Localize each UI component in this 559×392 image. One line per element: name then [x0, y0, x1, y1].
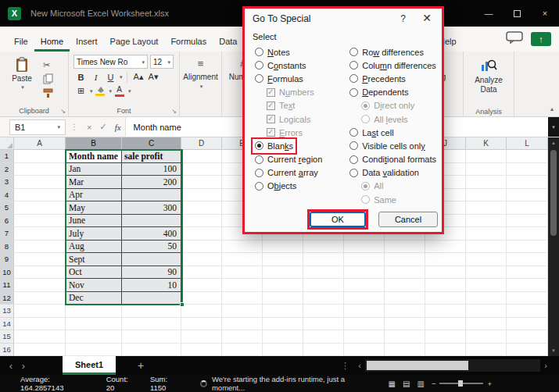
- cell-H11[interactable]: [344, 279, 385, 292]
- cell-J8[interactable]: [425, 241, 466, 254]
- cell-J10[interactable]: [425, 266, 466, 280]
- maximize-button[interactable]: [503, 0, 531, 27]
- sheet-menu-dots[interactable]: ⋮: [341, 361, 349, 371]
- col-header-d[interactable]: D: [181, 137, 222, 150]
- cell-D6[interactable]: [181, 215, 222, 228]
- radio-dependents[interactable]: [349, 88, 358, 97]
- increase-font-button[interactable]: A▴: [133, 71, 145, 83]
- cell-L2[interactable]: [507, 163, 548, 176]
- copy-button[interactable]: [43, 73, 59, 84]
- cell-K10[interactable]: [466, 266, 507, 280]
- cell-B15[interactable]: [66, 330, 122, 344]
- formula-enter-button[interactable]: ✓: [99, 122, 106, 132]
- cell-B9[interactable]: Sept: [66, 253, 122, 266]
- radio-data-validation[interactable]: [349, 169, 358, 177]
- cell-F9[interactable]: [263, 253, 303, 266]
- cell-D4[interactable]: [181, 189, 222, 202]
- cell-F12[interactable]: [263, 292, 303, 305]
- cell-K3[interactable]: [466, 176, 507, 189]
- zoom-in-button[interactable]: +: [487, 380, 492, 388]
- cell-B11[interactable]: Nov: [66, 279, 122, 292]
- paste-button[interactable]: Paste ▾: [5, 55, 39, 98]
- cell-E16[interactable]: [222, 344, 263, 357]
- cell-L4[interactable]: [507, 189, 548, 202]
- option-conditional-formats[interactable]: Conditional formats: [347, 153, 439, 166]
- cell-B5[interactable]: May: [66, 201, 122, 215]
- col-header-l[interactable]: L: [507, 137, 548, 150]
- option-formulas[interactable]: Formulas: [253, 72, 306, 85]
- cell-B12[interactable]: Dec: [66, 292, 122, 305]
- cell-I10[interactable]: [385, 266, 425, 280]
- decrease-font-button[interactable]: A▾: [148, 71, 159, 83]
- cell-L16[interactable]: [507, 344, 548, 357]
- vertical-scrollbar[interactable]: ▴ ▾: [548, 137, 559, 356]
- cell-I14[interactable]: [385, 318, 425, 331]
- cell-L1[interactable]: [507, 150, 548, 163]
- name-box[interactable]: B1 ▾: [9, 119, 66, 135]
- cell-B10[interactable]: Oct: [66, 266, 122, 280]
- cell-C3[interactable]: 200: [122, 176, 181, 189]
- cell-A15[interactable]: [14, 330, 66, 344]
- radio-formulas[interactable]: [255, 74, 263, 83]
- col-header-b[interactable]: B: [66, 137, 122, 150]
- cell-H9[interactable]: [344, 253, 385, 266]
- cell-C14[interactable]: [122, 318, 181, 331]
- view-normal-button[interactable]: ▦: [389, 380, 396, 388]
- tab-formulas[interactable]: Formulas: [164, 30, 213, 52]
- cell-D1[interactable]: [181, 150, 222, 163]
- row-header-11[interactable]: 11: [0, 279, 14, 292]
- cell-I8[interactable]: [385, 241, 425, 254]
- tab-file[interactable]: File: [8, 30, 34, 52]
- vscroll-thumb[interactable]: [550, 150, 557, 236]
- option-data-validation[interactable]: Data validation: [347, 166, 421, 180]
- cell-A9[interactable]: [14, 253, 66, 266]
- collapse-ribbon-button[interactable]: ▴: [550, 105, 554, 112]
- cell-C9[interactable]: [122, 253, 181, 266]
- row-header-13[interactable]: 13: [0, 305, 14, 318]
- row-header-2[interactable]: 2: [0, 163, 14, 176]
- cell-L9[interactable]: [507, 253, 548, 266]
- cell-A1[interactable]: [14, 150, 66, 163]
- cell-F11[interactable]: [263, 279, 303, 292]
- cell-H13[interactable]: [344, 305, 385, 318]
- fill-color-button[interactable]: [95, 85, 106, 97]
- cell-K1[interactable]: [466, 150, 507, 163]
- cell-A14[interactable]: [14, 318, 66, 331]
- dialog-close-button[interactable]: ✕: [422, 12, 432, 24]
- option-notes[interactable]: Notes: [253, 45, 292, 59]
- font-color-button[interactable]: A: [113, 85, 125, 97]
- cell-E8[interactable]: [222, 241, 263, 254]
- cell-G8[interactable]: [303, 241, 344, 254]
- cell-B3[interactable]: Mar: [66, 176, 122, 189]
- cell-H12[interactable]: [344, 292, 385, 305]
- row-header-14[interactable]: 14: [0, 318, 14, 331]
- cell-D5[interactable]: [181, 201, 222, 215]
- sheet-tab-sheet1[interactable]: Sheet1: [63, 356, 116, 375]
- cell-K5[interactable]: [466, 201, 507, 215]
- radio-objects[interactable]: [255, 182, 263, 191]
- cell-K11[interactable]: [466, 279, 507, 292]
- cell-D16[interactable]: [181, 344, 222, 357]
- radio-notes[interactable]: [255, 48, 263, 56]
- row-header-6[interactable]: 6: [0, 215, 14, 228]
- cell-H14[interactable]: [344, 318, 385, 331]
- radio-blanks[interactable]: [255, 141, 263, 150]
- borders-button[interactable]: ⊞: [75, 85, 87, 97]
- cell-C12[interactable]: [122, 292, 181, 305]
- cell-E14[interactable]: [222, 318, 263, 331]
- share-button[interactable]: ↑: [531, 32, 551, 46]
- cell-B13[interactable]: [66, 305, 122, 318]
- cell-D14[interactable]: [181, 318, 222, 331]
- cell-K12[interactable]: [466, 292, 507, 305]
- option-current-array[interactable]: Current array: [253, 166, 321, 180]
- analyze-data-button[interactable]: Analyze Data: [464, 52, 514, 94]
- comments-button[interactable]: [506, 31, 523, 47]
- cell-K9[interactable]: [466, 253, 507, 266]
- cell-J14[interactable]: [425, 318, 466, 331]
- option-dependents[interactable]: Dependents: [347, 86, 410, 99]
- cell-D11[interactable]: [181, 279, 222, 292]
- cell-H15[interactable]: [344, 330, 385, 344]
- new-sheet-button[interactable]: +: [138, 359, 144, 372]
- font-size-select[interactable]: 12 ▾: [150, 55, 174, 69]
- cell-F10[interactable]: [263, 266, 303, 280]
